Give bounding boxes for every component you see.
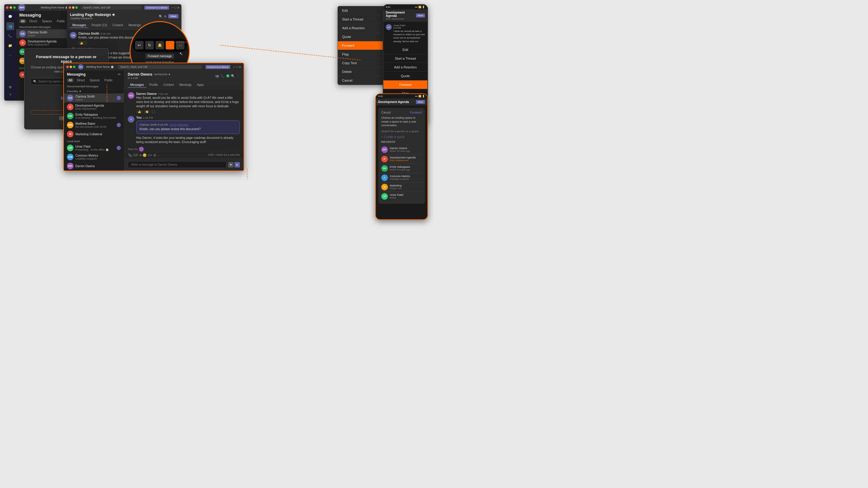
phone2-person-umar[interactable]: UP Umar Patel Active (381, 192, 422, 201)
icon-teams[interactable]: 👥 (6, 22, 14, 30)
phone2-person-common[interactable]: C Common Metrics Usability research (381, 173, 422, 183)
filter-public[interactable]: Public (55, 19, 67, 23)
chat-search-bar[interactable]: Search, meet, and call (81, 5, 141, 10)
tw2-nav-umar[interactable]: UP Umar Patel Presenting · At the office… (64, 143, 124, 153)
ctx-copy-text[interactable]: Copy Text (338, 59, 387, 67)
icon-files[interactable]: 📁 (6, 41, 14, 50)
phone2-cancel-btn[interactable]: Cancel (381, 111, 391, 114)
tw2-max[interactable] (73, 66, 75, 68)
phone1-meet-btn[interactable]: Meet (416, 13, 425, 18)
tw2-send-btn[interactable]: ➤ (235, 162, 240, 167)
search-icon[interactable]: 🔍 (159, 15, 162, 18)
tw2-nav-marketing[interactable]: M Marketing Collateral (64, 130, 124, 138)
tw2-table-icon[interactable]: ⊞ (153, 153, 156, 157)
settings-icon[interactable]: ⚙ (164, 15, 167, 18)
filter-direct[interactable]: Direct (27, 19, 39, 23)
phone2-create-space[interactable]: + Create a space (381, 135, 422, 138)
tw2-nav-clarissa[interactable]: CS Clarissa Smith Active (64, 93, 124, 102)
meet-btn[interactable]: Meet (168, 14, 179, 19)
icon-settings[interactable]: ⚙ (6, 83, 14, 91)
phone2-person-darren[interactable]: DO Darren Owens Active 20 mins ago (381, 145, 422, 155)
ctx-quote[interactable]: Quote (338, 33, 387, 41)
zoom-refresh-btn[interactable]: ↻ (145, 41, 154, 50)
phone2-forward-btn[interactable]: Forward (410, 111, 422, 114)
chat-max[interactable] (75, 6, 78, 9)
tab-people[interactable]: People (12) (89, 23, 110, 28)
minimize-dot[interactable] (10, 6, 12, 9)
tw2-nav-dev[interactable]: D Development Agenda ENG Deployment (64, 102, 124, 111)
tw2-more-icon-tb[interactable]: ··· (157, 153, 160, 157)
chat-close[interactable] (69, 6, 71, 9)
ctx-flag[interactable]: Flag (338, 50, 387, 59)
tw2-close[interactable] (66, 66, 69, 68)
tw2-nav-matthew[interactable]: MB Matthew Baker Do Not Disturb until 16… (64, 121, 124, 130)
ctx-cancel[interactable]: Cancel (338, 76, 387, 85)
tw2-common-av: CM (67, 154, 73, 160)
tw2-tab-content[interactable]: Content (161, 83, 176, 88)
reaction-2[interactable]: 👏 (144, 110, 150, 113)
tw2-filter-direct[interactable]: Direct (75, 78, 87, 82)
tw2-format-icon[interactable]: A (139, 153, 141, 157)
icon-chat[interactable]: 💬 (6, 13, 14, 21)
tw2-tab-profile[interactable]: Profile (147, 83, 160, 88)
tw2-nav-emily[interactable]: EN Emily Nakagawa In a meeting · Working… (64, 111, 124, 121)
phone2-person-marketing[interactable]: M Marketing Project 191 (381, 183, 422, 192)
zoom-more-btn[interactable]: ··· (176, 41, 184, 50)
tw2-connect-btn[interactable]: Connect to a device (206, 65, 230, 69)
phone2-person-dev[interactable]: R Development Agenda END Deployment (381, 155, 422, 164)
close-dot[interactable] (6, 6, 8, 9)
reaction-add[interactable]: + (151, 110, 156, 113)
maximize-dot[interactable] (13, 6, 16, 9)
icon-more[interactable]: ··· (6, 51, 14, 59)
filter-spaces[interactable]: Spaces (40, 19, 54, 23)
ctx-edit[interactable]: Edit (338, 6, 387, 15)
connect-btn[interactable]: Connect to a device (144, 6, 169, 10)
tw2-min[interactable] (70, 66, 72, 68)
tw2-attach-icon[interactable]: 📎 (128, 153, 132, 157)
tw2-filter-spaces[interactable]: Spaces (88, 78, 101, 82)
phone2-person-emily[interactable]: EN Emily Nakagawa Active 25 mins ago (381, 164, 422, 173)
tw2-emoji-icon[interactable]: 😊 (143, 153, 147, 157)
phone1-quote[interactable]: Quote (383, 72, 427, 80)
tab-meetings[interactable]: Meetings (126, 23, 143, 28)
tw2-tab-messages[interactable]: Messages (128, 83, 147, 88)
tw2-tab-apps[interactable]: Apps (195, 83, 207, 88)
tw2-nav-darren[interactable]: DO Darren Owens (64, 161, 124, 170)
tw2-message-input[interactable] (128, 161, 226, 168)
phone2-meet-btn[interactable]: Meet (416, 100, 425, 104)
reaction-1[interactable]: 👍 (136, 110, 143, 113)
ctx-forward[interactable]: Forward (338, 41, 387, 50)
tw2-more-icon[interactable]: ⋮ (237, 74, 240, 78)
tw2-phone-icon[interactable]: 📞 (221, 74, 225, 78)
phone1-edit[interactable]: Edit (383, 45, 427, 54)
tw2-filter-public[interactable]: Public (103, 78, 115, 82)
zoom-notify-btn[interactable]: 🔔 (156, 41, 164, 50)
tw2-edit-icon[interactable]: ✏ (118, 72, 121, 76)
tw2-expand-btn[interactable]: ▼ (228, 162, 234, 167)
tab-content[interactable]: Content (110, 23, 125, 28)
icon-help[interactable]: ? (6, 91, 14, 99)
phone1-add-reaction[interactable]: Add a Reaction (383, 63, 427, 72)
phone2-marketing-av: M (381, 184, 388, 190)
tw2-code-icon[interactable]: </> (148, 153, 153, 157)
tw2-filter-all[interactable]: All (67, 78, 74, 82)
filter-all[interactable]: All (19, 19, 26, 23)
phone1-start-thread[interactable]: Start a Thread (383, 54, 427, 63)
tw2-gif-icon[interactable]: GIF (133, 153, 138, 157)
ctx-start-thread[interactable]: Start a Thread (338, 15, 387, 24)
phone1-forward[interactable]: Forward (383, 80, 427, 89)
tab-messages[interactable]: Messages (70, 23, 89, 28)
fwd-go-to-link[interactable]: Go to message (170, 123, 188, 126)
chat-min[interactable] (72, 6, 74, 9)
clarissa-reaction[interactable]: 👍 1 (79, 41, 87, 45)
tw2-search-icon[interactable]: 🔍 (231, 74, 235, 78)
zoom-back-btn[interactable]: ↩ (135, 41, 144, 50)
tw2-video-icon[interactable]: 📹 (215, 74, 219, 78)
tw2-nav-common[interactable]: CM Common Metrics Usability research (64, 153, 124, 161)
tw2-tab-meetings[interactable]: Meetings (177, 83, 194, 88)
zoom-forward-btn[interactable]: → (166, 41, 174, 50)
tw2-search[interactable]: Search, meet, and call (117, 65, 202, 69)
ctx-delete[interactable]: Delete (338, 67, 387, 76)
icon-calls[interactable]: 📞 (6, 32, 14, 40)
ctx-add-reaction[interactable]: Add a Reaction (338, 24, 387, 33)
